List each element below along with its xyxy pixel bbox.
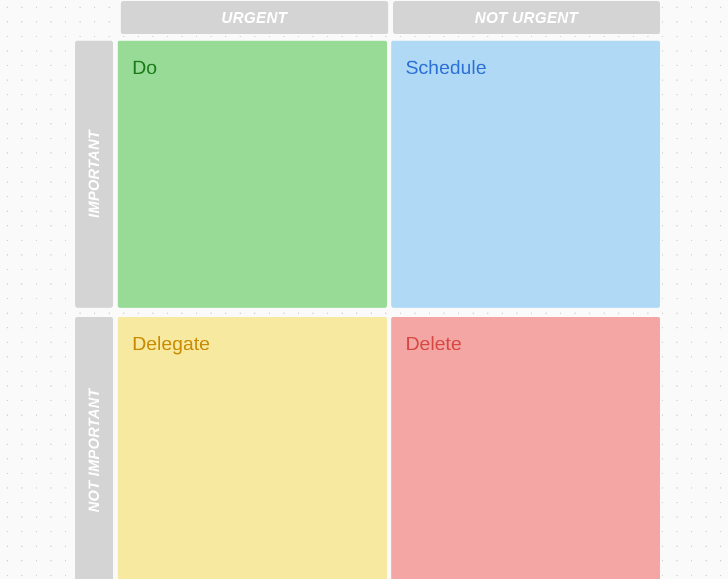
column-header-urgent: URGENT (121, 1, 388, 34)
row-header-label: IMPORTANT (86, 130, 103, 218)
eisenhower-matrix: URGENT NOT URGENT IMPORTANT Do Schedule … (75, 1, 660, 579)
quadrant-label: Do (132, 56, 372, 79)
row-not-important: NOT IMPORTANT Delegate Delete (75, 317, 660, 579)
row-header-label: NOT IMPORTANT (86, 388, 103, 512)
quadrant-label: Delete (406, 333, 646, 355)
quadrants-row-top: Do Schedule (118, 41, 660, 308)
quadrant-do[interactable]: Do (118, 41, 387, 308)
quadrant-delegate[interactable]: Delegate (118, 317, 387, 579)
column-header-not-urgent: NOT URGENT (393, 1, 661, 34)
row-header-important: IMPORTANT (75, 41, 113, 308)
column-header-label: URGENT (221, 9, 288, 27)
quadrant-delete[interactable]: Delete (391, 317, 661, 579)
column-headers: URGENT NOT URGENT (121, 1, 660, 34)
row-header-not-important: NOT IMPORTANT (75, 317, 113, 579)
quadrant-label: Delegate (132, 333, 372, 355)
column-header-label: NOT URGENT (475, 9, 578, 27)
quadrant-label: Schedule (406, 56, 646, 79)
quadrants-row-bottom: Delegate Delete (118, 317, 660, 579)
row-important: IMPORTANT Do Schedule (75, 41, 660, 308)
quadrant-schedule[interactable]: Schedule (391, 41, 661, 308)
